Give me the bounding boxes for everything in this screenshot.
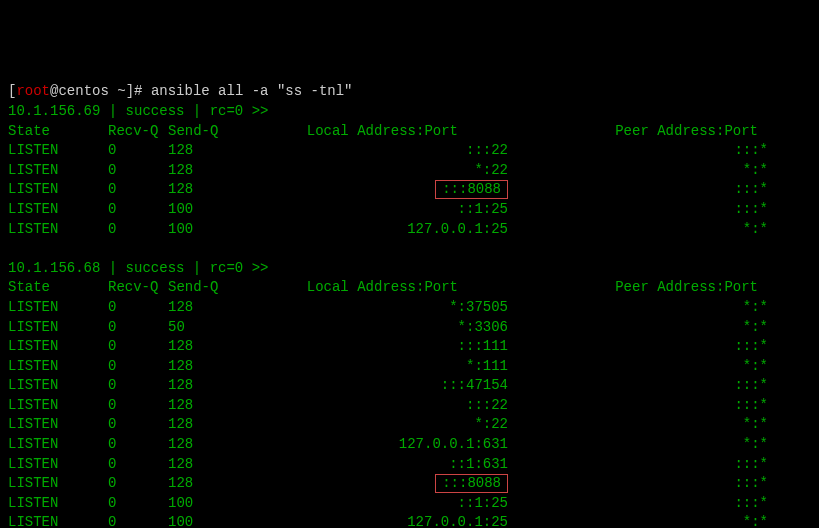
cell-local: ::1:25 [268, 494, 508, 514]
prompt-cwd: ~ [117, 83, 125, 99]
cell-sendq: 128 [168, 415, 268, 435]
table-row: LISTEN0128127.0.0.1:631 *:* [8, 435, 811, 455]
cell-peer: :::* [588, 455, 768, 475]
cell-recvq: 0 [108, 337, 168, 357]
table-row: LISTEN0128:::8088 :::* [8, 474, 811, 494]
cell-state: LISTEN [8, 396, 108, 416]
cell-state: LISTEN [8, 200, 108, 220]
table-row: LISTEN0128::1:631 :::* [8, 455, 811, 475]
cell-local: *:111 [268, 357, 508, 377]
prompt-host: centos [58, 83, 108, 99]
table-row: LISTEN0128*:22 *:* [8, 415, 811, 435]
cell-state: LISTEN [8, 455, 108, 475]
cell-peer: *:* [588, 220, 768, 240]
command-line: [root@centos ~]# ansible all -a "ss -tnl… [8, 82, 811, 102]
cell-peer: :::* [588, 337, 768, 357]
table-row: LISTEN0128:::22 :::* [8, 396, 811, 416]
cell-local: 127.0.0.1:25 [268, 513, 508, 528]
cell-local: :::22 [268, 396, 508, 416]
cell-local: *:3306 [268, 318, 508, 338]
cell-state: LISTEN [8, 298, 108, 318]
cell-peer: :::* [588, 474, 768, 494]
cell-recvq: 0 [108, 141, 168, 161]
table-header: StateRecv-QSend-QLocal Address:Port Peer… [8, 122, 811, 142]
cell-peer: :::* [588, 141, 768, 161]
cell-sendq: 128 [168, 455, 268, 475]
cell-recvq: 0 [108, 298, 168, 318]
table-row: LISTEN0128:::22 :::* [8, 141, 811, 161]
table-row: LISTEN0100127.0.0.1:25 *:* [8, 220, 811, 240]
table-header: StateRecv-QSend-QLocal Address:Port Peer… [8, 278, 811, 298]
table-row: LISTEN0100127.0.0.1:25 *:* [8, 513, 811, 528]
cell-sendq: 100 [168, 494, 268, 514]
table-row: LISTEN0128:::47154 :::* [8, 376, 811, 396]
cell-recvq: 0 [108, 435, 168, 455]
cell-state: LISTEN [8, 435, 108, 455]
cell-state: LISTEN [8, 474, 108, 494]
cell-peer: *:* [588, 415, 768, 435]
cell-recvq: 0 [108, 396, 168, 416]
cell-sendq: 128 [168, 298, 268, 318]
cell-recvq: 0 [108, 494, 168, 514]
cell-state: LISTEN [8, 220, 108, 240]
cell-recvq: 0 [108, 220, 168, 240]
cell-peer: *:* [588, 161, 768, 181]
terminal-output: [root@centos ~]# ansible all -a "ss -tnl… [8, 82, 811, 528]
col-recvq-header: Recv-Q [108, 278, 168, 298]
cell-sendq: 128 [168, 435, 268, 455]
col-sendq-header: Send-Q [168, 278, 248, 298]
highlighted-port: :::8088 [435, 180, 508, 199]
table-row: LISTEN0128:::8088 :::* [8, 180, 811, 200]
cell-recvq: 0 [108, 161, 168, 181]
col-recvq-header: Recv-Q [108, 122, 168, 142]
cell-state: LISTEN [8, 141, 108, 161]
cell-recvq: 0 [108, 455, 168, 475]
cell-peer: *:* [588, 513, 768, 528]
cell-local: ::1:631 [268, 455, 508, 475]
host-header: 10.1.156.69 | success | rc=0 >> [8, 102, 811, 122]
cell-sendq: 100 [168, 513, 268, 528]
cell-state: LISTEN [8, 357, 108, 377]
cell-local: :::111 [268, 337, 508, 357]
cell-peer: :::* [588, 494, 768, 514]
cell-sendq: 128 [168, 180, 268, 200]
table-row: LISTEN0128*:111 *:* [8, 357, 811, 377]
cell-state: LISTEN [8, 415, 108, 435]
cell-recvq: 0 [108, 474, 168, 494]
cell-state: LISTEN [8, 494, 108, 514]
table-row: LISTEN050*:3306 *:* [8, 318, 811, 338]
cell-sendq: 128 [168, 161, 268, 181]
cell-state: LISTEN [8, 513, 108, 528]
cell-sendq: 128 [168, 474, 268, 494]
col-peer-header: Peer Address:Port [588, 278, 758, 298]
table-row: LISTEN0128*:22 *:* [8, 161, 811, 181]
cell-recvq: 0 [108, 357, 168, 377]
cell-sendq: 100 [168, 220, 268, 240]
col-state-header: State [8, 122, 108, 142]
cell-sendq: 128 [168, 357, 268, 377]
highlighted-port: :::8088 [435, 474, 508, 493]
cell-peer: :::* [588, 200, 768, 220]
cell-peer: *:* [588, 357, 768, 377]
cell-sendq: 128 [168, 396, 268, 416]
cell-peer: *:* [588, 298, 768, 318]
prompt-symbol: # [134, 83, 151, 99]
prompt-space [109, 83, 117, 99]
col-local-header: Local Address:Port [248, 122, 458, 142]
cell-recvq: 0 [108, 200, 168, 220]
cell-sendq: 50 [168, 318, 268, 338]
cell-state: LISTEN [8, 337, 108, 357]
cell-local: 127.0.0.1:631 [268, 435, 508, 455]
cell-state: LISTEN [8, 318, 108, 338]
table-row: LISTEN0100::1:25 :::* [8, 200, 811, 220]
cell-recvq: 0 [108, 180, 168, 200]
table-row: LISTEN0100::1:25 :::* [8, 494, 811, 514]
col-peer-header: Peer Address:Port [588, 122, 758, 142]
blank-line [8, 239, 811, 259]
prompt-bracket-close: ] [126, 83, 134, 99]
cell-peer: :::* [588, 180, 768, 200]
cell-peer: :::* [588, 376, 768, 396]
cell-sendq: 128 [168, 337, 268, 357]
cell-recvq: 0 [108, 318, 168, 338]
cell-sendq: 128 [168, 376, 268, 396]
